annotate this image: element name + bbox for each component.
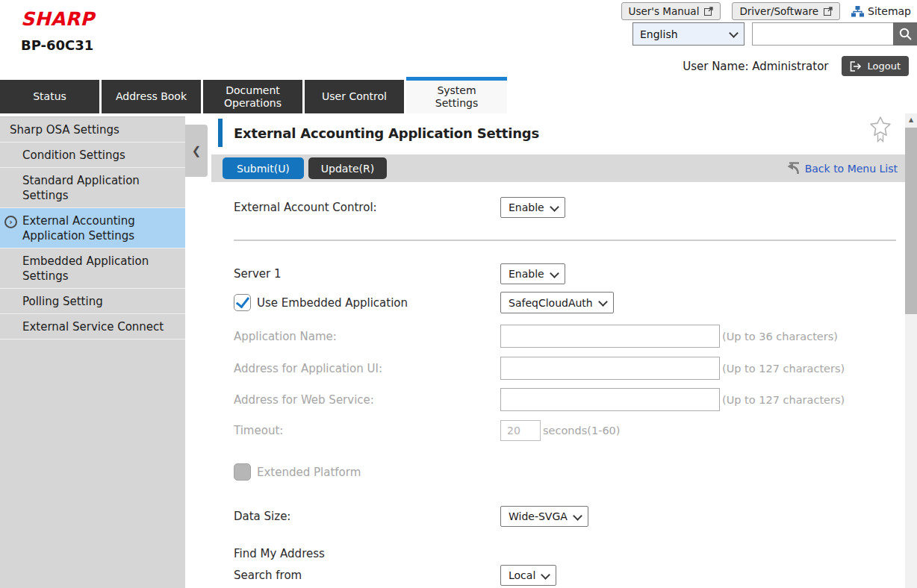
application-name-row: Application Name: (Up to 36 characters) xyxy=(234,325,905,348)
scrollbar-thumb[interactable] xyxy=(905,128,917,314)
sidebar-collapse-button[interactable]: ❮ xyxy=(185,125,208,177)
search-from-select[interactable]: Local xyxy=(500,565,556,586)
use-embedded-application-group: Use Embedded Application xyxy=(234,294,500,311)
sidebar-item-label: Embedded Application Settings xyxy=(22,254,149,283)
external-link-icon xyxy=(824,7,833,16)
main-tab-bar: Status Address Book Document Operations … xyxy=(0,77,917,113)
address-application-ui-row: Address for Application UI: (Up to 127 c… xyxy=(234,357,905,380)
sitemap-link[interactable]: Sitemap xyxy=(851,5,911,17)
search-button[interactable] xyxy=(893,22,917,46)
tab-status[interactable]: Status xyxy=(0,80,99,113)
tab-user-control-label: User Control xyxy=(322,90,387,103)
address-web-service-input[interactable] xyxy=(500,388,720,411)
sidebar-item-condition-settings[interactable]: Condition Settings xyxy=(0,143,185,168)
back-to-menu-link[interactable]: Back to Menu List xyxy=(787,162,898,175)
sidebar-item-label: Sharp OSA Settings xyxy=(10,123,119,137)
chevron-down-icon xyxy=(550,269,559,278)
application-name-hint: (Up to 36 characters) xyxy=(722,331,838,343)
header-links-row: User's Manual Driver/Software xyxy=(621,2,911,20)
sidebar-item-embedded-application-settings[interactable]: Embedded Application Settings xyxy=(0,248,185,289)
external-account-control-label: External Account Control: xyxy=(234,201,500,214)
application-name-input[interactable] xyxy=(500,325,720,348)
tab-document-operations-label: Document Operations xyxy=(216,84,290,110)
sidebar-item-external-service-connect[interactable]: External Service Connect xyxy=(0,314,185,340)
tab-document-operations[interactable]: Document Operations xyxy=(203,80,302,113)
favorite-star-icon xyxy=(868,116,892,144)
extended-platform-label: Extended Platform xyxy=(257,466,361,479)
main-content: External Accounting Application Settings… xyxy=(211,113,905,588)
data-size-label: Data Size: xyxy=(234,510,500,523)
embedded-application-select[interactable]: SafeqCloudAuth xyxy=(500,292,614,313)
sidebar-item-standard-application-settings[interactable]: Standard Application Settings xyxy=(0,168,185,208)
vertical-scrollbar: ▲ xyxy=(905,113,917,588)
search-from-value: Local xyxy=(509,569,535,581)
find-my-address-label: Find My Address xyxy=(234,547,500,560)
tab-system-settings[interactable]: System Settings xyxy=(406,77,507,113)
top-header: SHARP BP-60C31 User's Manual Driver/Soft… xyxy=(0,0,917,77)
sidebar-item-external-accounting-application-settings[interactable]: › External Accounting Application Settin… xyxy=(0,208,185,248)
selected-item-arrow-icon: › xyxy=(4,216,17,228)
server1-value: Enable xyxy=(509,268,544,280)
page-title: External Accounting Application Settings xyxy=(234,125,539,141)
printer-model: BP-60C31 xyxy=(21,37,93,53)
users-manual-button[interactable]: User's Manual xyxy=(621,2,721,20)
chevron-down-icon xyxy=(729,28,739,38)
address-web-service-row: Address for Web Service: (Up to 127 char… xyxy=(234,388,905,411)
section-divider xyxy=(234,240,896,241)
back-arrow-icon xyxy=(787,162,801,175)
use-embedded-application-label: Use Embedded Application xyxy=(257,296,408,310)
update-button[interactable]: Update(R) xyxy=(308,157,387,179)
sidebar-item-label: Polling Setting xyxy=(22,295,103,308)
search-input[interactable] xyxy=(752,22,893,46)
action-toolbar: Submit(U) Update(R) Back to Menu List xyxy=(211,154,905,182)
data-size-select[interactable]: Wide-SVGA xyxy=(500,506,588,527)
sidebar-item-label: Condition Settings xyxy=(22,148,125,162)
address-web-service-hint: (Up to 127 characters) xyxy=(722,394,845,406)
timeout-hint: seconds(1-60) xyxy=(543,425,621,437)
external-account-control-row: External Account Control: Enable xyxy=(234,197,905,218)
logout-button[interactable]: Logout xyxy=(842,56,909,76)
sitemap-label: Sitemap xyxy=(868,5,911,17)
sidebar-item-label: Standard Application Settings xyxy=(22,174,140,202)
external-account-control-select[interactable]: Enable xyxy=(500,197,565,218)
external-account-control-value: Enable xyxy=(509,201,544,213)
sidebar-item-label: External Accounting Application Settings xyxy=(22,214,135,243)
timeout-label: Timeout: xyxy=(234,424,500,437)
data-size-row: Data Size: Wide-SVGA xyxy=(234,506,905,527)
chevron-down-icon xyxy=(598,297,608,307)
extended-platform-group: Extended Platform xyxy=(234,463,500,481)
data-size-value: Wide-SVGA xyxy=(509,510,568,522)
use-embedded-application-checkbox[interactable] xyxy=(234,294,251,311)
address-application-ui-input[interactable] xyxy=(500,357,720,380)
settings-form: External Account Control: Enable Server … xyxy=(211,197,905,586)
logout-label: Logout xyxy=(867,60,901,72)
sharp-web-admin-page: SHARP BP-60C31 User's Manual Driver/Soft… xyxy=(0,0,917,588)
tab-address-book-label: Address Book xyxy=(116,90,187,103)
scroll-up-button[interactable]: ▲ xyxy=(905,113,917,126)
search-icon xyxy=(898,27,913,41)
language-select[interactable]: English xyxy=(632,22,745,46)
submit-button[interactable]: Submit(U) xyxy=(223,157,304,179)
extended-platform-checkbox[interactable] xyxy=(234,463,251,481)
sitemap-icon xyxy=(851,6,864,17)
driver-software-button[interactable]: Driver/Software xyxy=(732,2,840,20)
users-manual-label: User's Manual xyxy=(629,5,700,17)
header-search-row: English xyxy=(632,22,917,46)
tab-system-settings-label: System Settings xyxy=(420,84,494,110)
sidebar-item-sharp-osa-settings[interactable]: Sharp OSA Settings xyxy=(0,117,185,143)
server1-select[interactable]: Enable xyxy=(500,263,565,284)
server1-row: Server 1 Enable xyxy=(234,263,905,284)
chevron-down-icon xyxy=(573,511,582,521)
header-user-row: User Name: Administrator Logout xyxy=(683,56,909,76)
sidebar-item-polling-setting[interactable]: Polling Setting xyxy=(0,289,185,314)
timeout-row: Timeout: seconds(1-60) xyxy=(234,420,905,441)
favorite-button[interactable] xyxy=(868,115,893,146)
search-group xyxy=(752,22,917,46)
back-to-menu-label: Back to Menu List xyxy=(805,163,898,175)
address-application-ui-hint: (Up to 127 characters) xyxy=(722,363,845,375)
language-value: English xyxy=(640,28,678,40)
address-web-service-label: Address for Web Service: xyxy=(234,393,500,407)
timeout-input[interactable] xyxy=(500,420,541,441)
tab-address-book[interactable]: Address Book xyxy=(102,80,201,113)
tab-user-control[interactable]: User Control xyxy=(305,80,404,113)
